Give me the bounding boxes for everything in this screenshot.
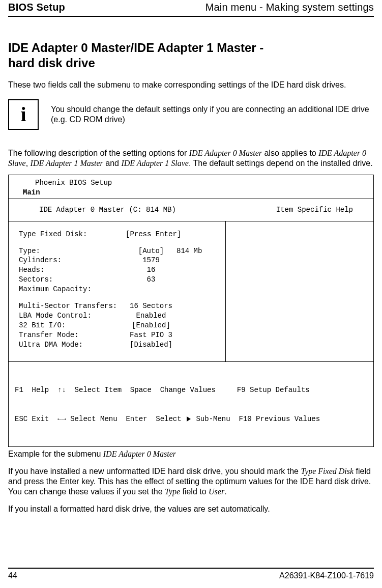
post-paragraph-2: If you install a formatted hard disk dri…	[8, 504, 374, 514]
figure-caption: Example for the submenu IDE Adapter 0 Ma…	[8, 449, 374, 459]
bios-box: Phoenix BIOS Setup Main IDE Adapter 0 Ma…	[8, 175, 374, 447]
field-sectors: Sectors:63	[19, 275, 215, 285]
field-value: [Auto]	[126, 246, 177, 256]
post1-text: field to	[180, 487, 209, 496]
post1-italic-3: User	[209, 487, 224, 496]
field-label: LBA Mode Control:	[19, 311, 126, 321]
field-type: Type:[Auto]814 Mb	[19, 246, 215, 256]
field-transfer-mode: Transfer Mode:Fast PIO 3	[19, 330, 215, 340]
bios-footer-line1: F1 Help ↑↓ Select Item Space Change Valu…	[15, 385, 367, 395]
section-title: IDE Adapter 0 Master/IDE Adapter 1 Maste…	[8, 40, 374, 71]
field-value: [Enabled]	[126, 321, 177, 330]
desc-italic-3: IDE Adapter 1 Master	[31, 159, 103, 167]
field-label: Ultra DMA Mode:	[19, 340, 126, 350]
triangle-right-icon	[187, 416, 191, 422]
bios-footer-esc-pre: ESC Exit ←→ Select Menu Enter Select	[15, 415, 186, 423]
field-value: [Disabled]	[126, 340, 177, 350]
running-head-left: BIOS Setup	[8, 1, 65, 14]
field-label: Type:	[19, 246, 126, 256]
field-lba-mode: LBA Mode Control:Enabled	[19, 311, 215, 321]
document-id: A26391-K84-Z100-1-7619	[279, 571, 374, 581]
field-value: 16 Sectors	[126, 301, 177, 311]
footer-rule	[8, 568, 374, 569]
info-icon: i	[8, 99, 39, 130]
info-callout: i You should change the default settings…	[8, 99, 374, 130]
field-label: Transfer Mode:	[19, 330, 126, 340]
desc-text: and	[103, 159, 122, 167]
bios-main-tab: Main	[23, 188, 367, 198]
post1-italic-1: Type Fixed Disk	[301, 467, 354, 475]
section-title-line1: IDE Adapter 0 Master/IDE Adapter 1 Maste…	[8, 41, 263, 54]
desc-text: . The default settings depend on the ins…	[189, 159, 373, 167]
desc-text: ,	[26, 159, 31, 167]
field-value: [Press Enter]	[126, 230, 177, 239]
field-heads: Heads:16	[19, 265, 215, 275]
bios-help-panel	[226, 221, 373, 362]
field-type-fixed-disk: Type Fixed Disk:[Press Enter]	[19, 230, 215, 239]
post1-text: If you have installed a new unformatted …	[8, 467, 301, 475]
field-label: 32 Bit I/O:	[19, 321, 126, 330]
bios-help-title: Item Specific Help	[276, 205, 353, 215]
field-label: Heads:	[19, 265, 126, 275]
field-label: Sectors:	[19, 275, 126, 285]
field-value: 1579	[126, 256, 177, 265]
post-paragraph-1: If you have installed a new unformatted …	[8, 466, 374, 497]
caption-text: Example for the submenu	[8, 450, 103, 458]
field-value: Enabled	[126, 311, 177, 321]
section-title-line2: hard disk drive	[8, 56, 95, 70]
post1-text: .	[224, 487, 226, 496]
field-32bit-io: 32 Bit I/O:[Enabled]	[19, 321, 215, 330]
running-head-right: Main menu - Making system settings	[205, 1, 374, 14]
field-multi-sector: Multi-Sector Transfers:16 Sectors	[19, 301, 215, 311]
desc-text: also applies to	[262, 149, 318, 157]
field-value-extra: 814 Mb	[177, 246, 202, 256]
header-rule	[8, 16, 374, 17]
bios-fields: Type Fixed Disk:[Press Enter] Type:[Auto…	[9, 221, 226, 362]
field-label: Maximum Capacity:	[19, 285, 126, 294]
info-text: You should change the default settings o…	[51, 104, 374, 125]
intro-paragraph: These two fields call the submenu to mak…	[8, 80, 374, 90]
bios-footer: F1 Help ↑↓ Select Item Space Change Valu…	[9, 362, 373, 446]
bios-setup-line: Phoenix BIOS Setup	[23, 178, 367, 188]
field-cylinders: Cylinders:1579	[19, 256, 215, 265]
field-label: Multi-Sector Transfers:	[19, 301, 126, 311]
field-ultra-dma: Ultra DMA Mode:[Disabled]	[19, 340, 215, 350]
page-number: 44	[8, 571, 17, 581]
desc-text: The following description of the setting…	[8, 149, 189, 157]
desc-italic-4: IDE Adapter 1 Slave	[121, 159, 189, 167]
bios-footer-line2: ESC Exit ←→ Select Menu Enter Select Sub…	[15, 414, 367, 424]
field-value: 16	[126, 265, 177, 275]
caption-italic: IDE Adapter 0 Master	[103, 450, 176, 458]
field-value: Fast PIO 3	[126, 330, 177, 340]
field-value: 63	[126, 275, 177, 285]
bios-submenu-title: IDE Adapter 0 Master (C: 814 MB)	[39, 205, 176, 215]
desc-italic-1: IDE Adapter 0 Master	[189, 149, 262, 157]
post1-italic-2: Type	[165, 487, 180, 496]
bios-footer-esc-post: Sub-Menu F10 Previous Values	[192, 415, 320, 423]
description-paragraph: The following description of the setting…	[8, 148, 374, 169]
field-max-capacity: Maximum Capacity:	[19, 285, 215, 294]
field-label: Type Fixed Disk:	[19, 230, 126, 239]
field-label: Cylinders:	[19, 256, 126, 265]
